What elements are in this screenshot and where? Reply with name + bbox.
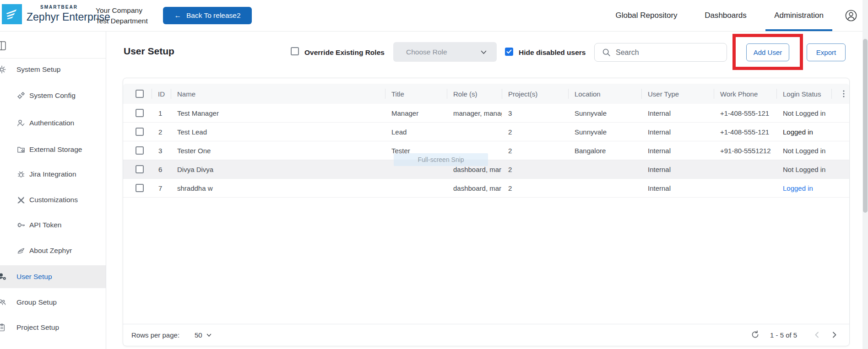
system-config-icon (16, 91, 26, 100)
collapse-panel-icon (0, 40, 7, 52)
sidebar-item-project-setup[interactable]: Project Setup (0, 317, 106, 338)
user-avatar-icon (844, 9, 858, 22)
jira-integration-icon (16, 170, 26, 179)
kebab-menu-icon (843, 90, 845, 97)
choose-role-placeholder: Choose Role (406, 48, 447, 56)
header-location[interactable]: Location (568, 84, 641, 104)
row-checkbox[interactable] (136, 184, 144, 192)
column-options-button[interactable] (831, 84, 849, 104)
nav-administration[interactable]: Administration (765, 0, 832, 31)
table-footer: Rows per page: 50 1 - 5 of 5 (123, 324, 849, 346)
cell-name: Test Lead (171, 128, 385, 136)
refresh-icon (750, 330, 760, 339)
sidebar-item-system-setup[interactable]: System Setup (0, 59, 106, 80)
header-projects[interactable]: Project(s) (502, 84, 568, 104)
header-name[interactable]: Name (171, 84, 385, 104)
check-icon (506, 49, 512, 54)
page-title: User Setup (124, 46, 174, 57)
header-login-status[interactable]: Login Status (776, 84, 831, 104)
override-existing-roles-label: Override Existing Roles (304, 48, 385, 57)
back-arrow-icon: ← (174, 11, 181, 20)
sidebar-item-authentication[interactable]: Authentication (0, 113, 106, 133)
login-status: Not Logged in (776, 147, 831, 155)
api-token-icon (16, 220, 26, 230)
table-row[interactable]: 6 Divya Divya dashboard, mar 2 Internal … (123, 160, 849, 179)
scrollbar-thumb[interactable] (863, 39, 868, 213)
top-bar: SMARTBEAR Zephyr Enterprise Your Company… (0, 0, 868, 32)
group-setup-icon (0, 298, 6, 307)
sidebar-collapse-button[interactable] (0, 40, 7, 52)
sidebar-item-user-setup[interactable]: User Setup (0, 265, 106, 288)
choose-role-select[interactable]: Choose Role (393, 42, 497, 62)
override-existing-roles-checkbox[interactable] (291, 47, 299, 55)
smartbear-logo-icon[interactable] (2, 4, 22, 24)
header-user-type[interactable]: User Type (641, 84, 714, 104)
back-button-label: Back To release2 (186, 11, 241, 20)
header-id[interactable]: ID (152, 84, 171, 104)
table-row[interactable]: 7 shraddha w dashboard, mar 2 Internal L… (123, 179, 849, 198)
nav-global-repository[interactable]: Global Repository (610, 0, 683, 31)
login-status-link[interactable]: Logged in (776, 184, 831, 192)
page-scrollbar[interactable] (863, 0, 868, 349)
sidebar-item-external-storage[interactable]: External Storage (0, 140, 106, 160)
user-setup-icon (0, 272, 7, 282)
user-setup-page: User Setup Override Existing Roles Choos… (106, 32, 863, 349)
cell-name: Tester One (171, 147, 385, 155)
nav-dashboards[interactable]: Dashboards (698, 0, 754, 31)
sidebar-item-about-zephyr[interactable]: About Zephyr (0, 241, 106, 261)
chevron-down-icon (481, 50, 487, 54)
refresh-button[interactable] (749, 330, 760, 341)
next-page-button[interactable] (830, 330, 840, 340)
row-checkbox[interactable] (136, 128, 144, 136)
header-roles[interactable]: Role (s) (447, 84, 502, 104)
rows-per-page-select[interactable]: 50 (195, 331, 212, 339)
users-table-card: ID Name Title Role (s) Project(s) Locati… (123, 78, 850, 346)
hide-disabled-users-checkbox[interactable] (505, 48, 513, 56)
add-user-button[interactable]: Add User (746, 43, 789, 61)
cell-name: shraddha w (171, 184, 385, 192)
login-status: Not Logged in (776, 166, 831, 173)
table-row[interactable]: 3 Tester One Tester 2 Bangalore Internal… (123, 141, 849, 160)
department-name: Test Department (96, 16, 148, 26)
rows-per-page-label: Rows per page: (131, 331, 179, 339)
project-setup-icon (0, 323, 6, 332)
about-zephyr-icon (16, 246, 26, 255)
row-checkbox[interactable] (136, 109, 144, 117)
previous-page-button[interactable] (812, 330, 822, 340)
wing-glyph (4, 6, 20, 22)
company-name: Your Company (96, 5, 148, 16)
company-block: Your Company Test Department (96, 5, 148, 26)
row-checkbox[interactable] (136, 165, 144, 173)
hide-disabled-users-label: Hide disabled users (519, 48, 586, 57)
authentication-icon (16, 118, 26, 128)
export-button[interactable]: Export (807, 43, 846, 61)
sidebar-item-system-config[interactable]: System Config (0, 86, 106, 106)
chevron-down-icon (206, 333, 212, 337)
sidebar-item-jira-integration[interactable]: Jira Integration (0, 164, 106, 184)
sidebar-item-group-setup[interactable]: Group Setup (0, 292, 106, 312)
cell-name: Test Manager (171, 109, 385, 117)
search-box (594, 43, 727, 62)
header-work-phone[interactable]: Work Phone (714, 84, 776, 104)
header-title[interactable]: Title (385, 84, 447, 104)
table-body: 1 Test Manager Manager manager, manag 3 … (123, 104, 849, 198)
rows-per-page-value: 50 (195, 331, 202, 339)
back-to-release-button[interactable]: ← Back To release2 (163, 7, 252, 24)
select-all-checkbox[interactable] (136, 90, 144, 98)
table-row[interactable]: 2 Test Lead Lead 2 Sunnyvale Internal +1… (123, 123, 849, 141)
sidebar-item-customizations[interactable]: Customizations (0, 190, 106, 210)
admin-sidebar: System Setup System Config (0, 32, 106, 349)
login-status: Logged in (776, 128, 831, 136)
external-storage-icon (16, 145, 26, 154)
system-setup-icon (0, 65, 6, 74)
sidebar-divider (0, 58, 106, 59)
table-row[interactable]: 1 Test Manager Manager manager, manag 3 … (123, 104, 849, 123)
brand-smartbear-label: SMARTBEAR (40, 5, 78, 10)
sidebar-item-api-token[interactable]: API Token (0, 215, 106, 235)
search-input[interactable] (616, 48, 716, 57)
customizations-icon (16, 195, 26, 204)
profile-menu-button[interactable] (844, 9, 858, 22)
row-checkbox[interactable] (136, 146, 144, 155)
login-status: Not Logged in (776, 109, 831, 117)
table-header-row: ID Name Title Role (s) Project(s) Locati… (123, 84, 849, 104)
